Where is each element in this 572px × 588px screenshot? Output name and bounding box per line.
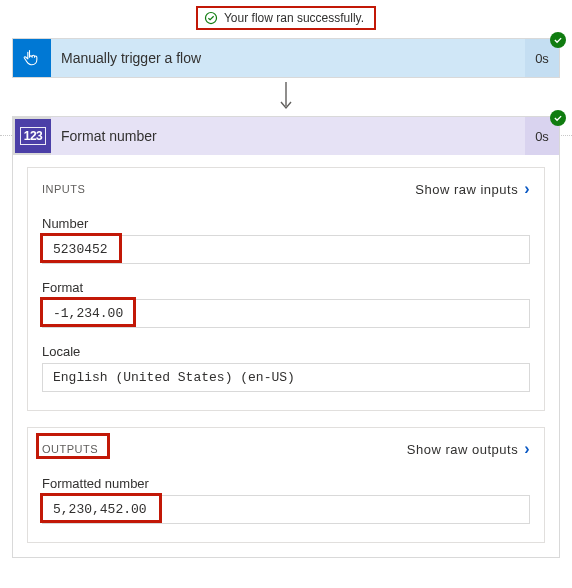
field-locale: Locale English (United States) (en-US) xyxy=(42,344,530,392)
flow-arrow xyxy=(0,78,572,116)
inputs-section: INPUTS Show raw inputs › Number 5230452 … xyxy=(27,167,545,411)
run-success-message: Your flow ran successfully. xyxy=(196,6,376,30)
chevron-right-icon: › xyxy=(524,440,530,458)
format-label: Format xyxy=(42,280,530,295)
show-raw-inputs-label: Show raw inputs xyxy=(415,182,518,197)
number-value: 5230452 xyxy=(42,235,530,264)
inputs-heading: INPUTS xyxy=(42,183,85,195)
format-number-icon: 123 xyxy=(13,117,51,155)
format-number-card[interactable]: 123 Format number 0s INPUTS Show raw inp… xyxy=(12,116,560,558)
manual-trigger-icon xyxy=(13,39,51,77)
outputs-heading: OUTPUTS xyxy=(42,443,98,455)
trigger-card[interactable]: Manually trigger a flow 0s xyxy=(12,38,560,78)
format-number-title: Format number xyxy=(51,128,525,144)
trigger-title: Manually trigger a flow xyxy=(51,50,525,66)
outputs-section: OUTPUTS Show raw outputs › Formatted num… xyxy=(27,427,545,543)
run-status-banner: Your flow ran successfully. xyxy=(0,6,572,30)
formatted-number-label: Formatted number xyxy=(42,476,530,491)
show-raw-inputs-link[interactable]: Show raw inputs › xyxy=(415,180,530,198)
svg-point-0 xyxy=(205,12,216,23)
format-number-body: INPUTS Show raw inputs › Number 5230452 … xyxy=(13,155,559,557)
locale-value: English (United States) (en-US) xyxy=(42,363,530,392)
status-success-icon xyxy=(550,110,566,126)
format-number-header: 123 Format number 0s xyxy=(13,117,559,155)
field-format: Format -1,234.00 xyxy=(42,280,530,328)
success-check-icon xyxy=(204,11,218,25)
format-value: -1,234.00 xyxy=(42,299,530,328)
show-raw-outputs-label: Show raw outputs xyxy=(407,442,518,457)
trigger-header: Manually trigger a flow 0s xyxy=(13,39,559,77)
run-success-text: Your flow ran successfully. xyxy=(224,11,364,25)
field-formatted-number: Formatted number 5,230,452.00 xyxy=(42,476,530,524)
number-label: Number xyxy=(42,216,530,231)
status-success-icon xyxy=(550,32,566,48)
chevron-right-icon: › xyxy=(524,180,530,198)
show-raw-outputs-link[interactable]: Show raw outputs › xyxy=(407,440,530,458)
field-number: Number 5230452 xyxy=(42,216,530,264)
formatted-number-value: 5,230,452.00 xyxy=(42,495,530,524)
locale-label: Locale xyxy=(42,344,530,359)
